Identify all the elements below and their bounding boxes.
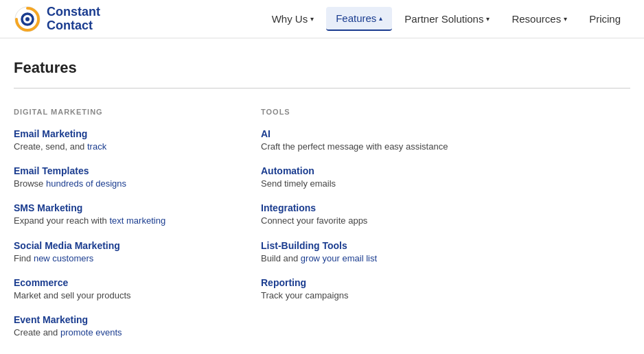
- main-nav: Why Us ▾ Features ▴ Partner Solutions ▾ …: [262, 7, 630, 31]
- page-title: Features: [14, 59, 630, 77]
- list-item: Reporting Track your campaigns: [261, 277, 630, 302]
- chevron-up-icon: ▴: [379, 14, 382, 22]
- list-item: AI Craft the perfect message with easy a…: [261, 128, 630, 153]
- list-item: Automation Send timely emails: [261, 165, 630, 190]
- tools-items: AI Craft the perfect message with easy a…: [261, 128, 630, 314]
- list-building-desc: Build and grow your email list: [261, 253, 377, 263]
- header: Constant Contact Why Us ▾ Features ▴ Par…: [0, 0, 644, 38]
- nav-item-why-us[interactable]: Why Us ▾: [262, 8, 324, 30]
- event-marketing-desc: Create and promote events: [14, 327, 122, 338]
- sms-marketing-desc: Expand your reach with text marketing: [14, 215, 165, 226]
- tools-section: TOOLS AI Craft the perfect message with …: [261, 108, 630, 351]
- digital-marketing-items: Email Marketing Create, send, and track …: [14, 128, 233, 351]
- list-building-link[interactable]: List-Building Tools: [261, 240, 630, 251]
- ai-link[interactable]: AI: [261, 128, 630, 139]
- email-marketing-link[interactable]: Email Marketing: [14, 128, 233, 139]
- list-item: Integrations Connect your favorite apps: [261, 202, 630, 227]
- section-divider: [14, 88, 630, 88]
- logo[interactable]: Constant Contact: [14, 5, 100, 33]
- nav-item-partner[interactable]: Partner Solutions ▾: [395, 8, 499, 30]
- ecommerce-link[interactable]: Ecommerce: [14, 277, 233, 288]
- integrations-link[interactable]: Integrations: [261, 202, 630, 213]
- logo-icon: [14, 5, 41, 33]
- tools-heading: TOOLS: [261, 108, 630, 116]
- ai-desc: Craft the perfect message with easy assi…: [261, 141, 448, 152]
- logo-text: Constant Contact: [47, 5, 100, 33]
- list-item: Email Templates Browse hundreds of desig…: [14, 165, 233, 190]
- social-media-marketing-desc: Find new customers: [14, 253, 93, 263]
- email-marketing-desc: Create, send, and track: [14, 141, 106, 152]
- reporting-desc: Track your campaigns: [261, 290, 348, 300]
- email-templates-desc: Browse hundreds of designs: [14, 178, 126, 189]
- list-item: Event Marketing Create and promote event…: [14, 314, 233, 339]
- sms-marketing-link[interactable]: SMS Marketing: [14, 202, 233, 213]
- features-menu-grid: DIGITAL MARKETING Email Marketing Create…: [14, 108, 630, 351]
- page-content: Features DIGITAL MARKETING Email Marketi…: [0, 38, 644, 354]
- nav-item-pricing[interactable]: Pricing: [579, 8, 630, 30]
- integrations-desc: Connect your favorite apps: [261, 215, 367, 226]
- list-item: SMS Marketing Expand your reach with tex…: [14, 202, 233, 227]
- event-marketing-link[interactable]: Event Marketing: [14, 314, 233, 325]
- nav-item-features[interactable]: Features ▴: [326, 7, 392, 31]
- chevron-down-icon: ▾: [486, 15, 490, 23]
- svg-point-2: [25, 17, 30, 21]
- logo-line1: Constant: [47, 5, 100, 19]
- chevron-down-icon: ▾: [310, 15, 314, 23]
- email-templates-link[interactable]: Email Templates: [14, 165, 233, 176]
- logo-line2: Contact: [47, 19, 100, 33]
- digital-marketing-heading: DIGITAL MARKETING: [14, 108, 233, 116]
- nav-item-resources[interactable]: Resources ▾: [502, 8, 577, 30]
- automation-desc: Send timely emails: [261, 178, 336, 189]
- automation-link[interactable]: Automation: [261, 165, 630, 176]
- social-media-marketing-link[interactable]: Social Media Marketing: [14, 240, 233, 251]
- list-item: Social Media Marketing Find new customer…: [14, 240, 233, 265]
- reporting-link[interactable]: Reporting: [261, 277, 630, 288]
- list-item: Ecommerce Market and sell your products: [14, 277, 233, 302]
- digital-marketing-section: DIGITAL MARKETING Email Marketing Create…: [14, 108, 233, 351]
- chevron-down-icon: ▾: [564, 15, 567, 23]
- ecommerce-desc: Market and sell your products: [14, 290, 131, 300]
- list-item: List-Building Tools Build and grow your …: [261, 240, 630, 265]
- list-item: Email Marketing Create, send, and track: [14, 128, 233, 153]
